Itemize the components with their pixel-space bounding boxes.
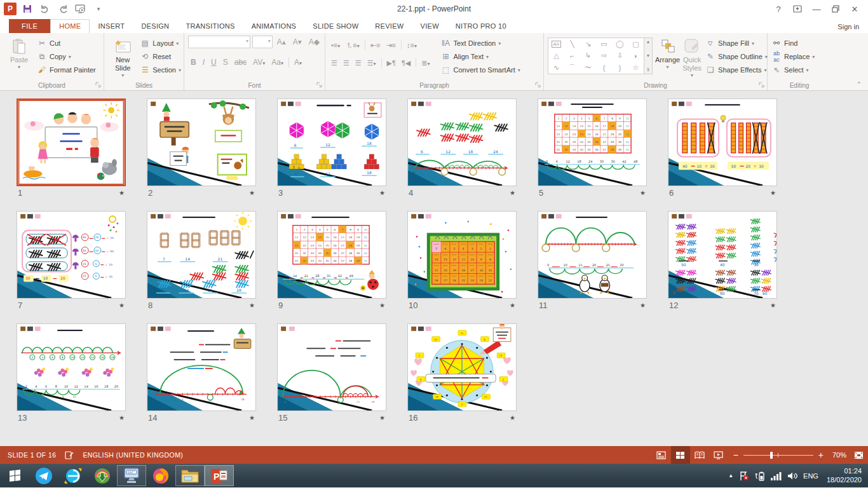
fit-slide-to-window-icon[interactable]	[849, 446, 868, 464]
text-direction-button[interactable]: ‖AText Direction▾	[441, 37, 520, 49]
repeat-icon[interactable]	[56, 2, 70, 16]
undo-icon[interactable]	[38, 2, 52, 16]
callout-shape-icon[interactable]: ◗	[634, 52, 638, 60]
cut-button[interactable]: ✂Cut	[37, 37, 96, 49]
left-brace-shape-icon[interactable]: {	[603, 64, 606, 72]
scribble-shape-icon[interactable]: ∿	[553, 64, 559, 72]
taskbar-file-explorer-icon[interactable]	[175, 465, 205, 486]
increase-font-icon[interactable]: A▴	[275, 36, 288, 48]
paste-button[interactable]: Paste▾	[4, 36, 34, 80]
triangle-shape-icon[interactable]: △	[553, 51, 559, 60]
collapse-ribbon-icon[interactable]: ⌃	[857, 81, 862, 88]
elbow-shape-icon[interactable]: ⌐	[570, 52, 574, 60]
align-left-icon[interactable]: ☰	[329, 58, 339, 69]
slide-thumbnail-2[interactable]	[147, 98, 256, 186]
text-shadow-button[interactable]: S	[220, 57, 231, 68]
justify-icon[interactable]: ☰▾	[365, 58, 378, 69]
section-button[interactable]: ☰Section▾	[140, 64, 181, 76]
copy-button[interactable]: ⧉Copy▾	[37, 51, 96, 62]
star-shape-icon[interactable]: ☆	[633, 64, 639, 72]
save-icon[interactable]	[20, 2, 34, 16]
zoom-out-icon[interactable]: −	[733, 450, 738, 460]
shape-effects-button[interactable]: ❏Shape Effects▾	[705, 64, 768, 76]
character-spacing-button[interactable]: AV▾	[250, 57, 268, 68]
right-brace-shape-icon[interactable]: }	[619, 64, 621, 72]
font-name-combo[interactable]	[188, 36, 250, 48]
reading-view-icon[interactable]	[690, 446, 709, 464]
align-text-button[interactable]: ⊞Align Text▾	[441, 51, 520, 62]
tab-file[interactable]: FILE	[9, 19, 50, 33]
power-battery-icon[interactable]	[755, 471, 765, 481]
slideshow-view-icon[interactable]	[709, 446, 728, 464]
curve-shape-icon[interactable]: 〜	[585, 63, 592, 72]
strikethrough-button[interactable]: abc	[232, 57, 249, 68]
taskbar-telegram-icon[interactable]	[29, 464, 58, 487]
font-color-button[interactable]: A▾	[292, 57, 304, 68]
slide-thumbnail-7[interactable]: 40 20 =20 50 10 =40 15 5 =10 25 5 =20 30	[17, 211, 126, 299]
normal-view-icon[interactable]	[652, 446, 671, 464]
slide-thumbnail-5[interactable]: 123456789 111213141516171819 21222324252…	[538, 98, 647, 186]
line-shape-icon[interactable]: ╲	[570, 40, 574, 48]
slide-thumbnail-12[interactable]: 50 40 30 9 80 70 60	[668, 211, 777, 299]
numbering-icon[interactable]: ⒈≡▾	[344, 39, 361, 51]
elbow-arrow-shape-icon[interactable]: ↳	[585, 51, 591, 60]
slide-thumbnail-10[interactable]: 7654321 141312111098 21201918171615 2827…	[407, 211, 517, 299]
shape-fill-button[interactable]: 🜄Shape Fill▾	[705, 37, 768, 49]
clear-formatting-icon[interactable]: A◆	[306, 36, 322, 48]
rounded-rectangle-shape-icon[interactable]: ▢	[632, 40, 639, 48]
network-signal-icon[interactable]	[771, 471, 782, 480]
bold-button[interactable]: B	[188, 57, 199, 68]
zoom-slider-thumb[interactable]	[770, 452, 773, 459]
font-size-combo[interactable]	[252, 36, 273, 48]
tab-insert[interactable]: INSERT	[90, 19, 133, 33]
arc-shape-icon[interactable]: ⌒	[569, 63, 576, 72]
format-painter-button[interactable]: 🖌Format Painter	[37, 64, 96, 76]
zoom-level[interactable]: 70%	[829, 451, 849, 459]
tab-home[interactable]: HOME	[50, 19, 90, 33]
sign-in-link[interactable]: Sign in	[837, 23, 859, 30]
italic-button[interactable]: I	[200, 57, 207, 68]
shape-gallery-scrollbar[interactable]: ▲▼⊻	[644, 37, 653, 74]
slide-thumbnail-4[interactable]: 6 12 18 24 0	[407, 98, 517, 186]
align-right-icon[interactable]: ☰	[353, 58, 363, 69]
spellcheck-icon[interactable]	[65, 451, 74, 459]
taskbar-clock[interactable]: 01:24 18/02/2020	[824, 467, 862, 485]
zoom-in-icon[interactable]: +	[818, 450, 824, 460]
clipboard-dialog-launcher-icon[interactable]	[95, 82, 102, 88]
volume-icon[interactable]	[787, 471, 797, 480]
input-language[interactable]: ENG	[803, 472, 818, 480]
select-button[interactable]: ⇖Select▾	[771, 64, 815, 76]
decrease-font-icon[interactable]: A▾	[290, 36, 304, 48]
layout-button[interactable]: ▤Layout▾	[140, 37, 181, 49]
close-icon[interactable]: ✕	[845, 1, 864, 17]
show-hidden-icons[interactable]: ▲	[728, 473, 733, 478]
tab-view[interactable]: VIEW	[412, 19, 447, 33]
action-center-flag-icon[interactable]	[739, 471, 749, 481]
start-button[interactable]	[0, 464, 29, 487]
find-button[interactable]: ⚯Find	[771, 37, 815, 49]
slide-thumbnail-8[interactable]: 7 14 21 7 14 21 28	[147, 211, 256, 299]
taskbar-remote-keyboard-icon[interactable]	[117, 465, 146, 486]
underline-button[interactable]: U	[208, 57, 219, 68]
tab-nitro-pro[interactable]: NITRO PRO 10	[447, 19, 515, 33]
tab-review[interactable]: REVIEW	[367, 19, 412, 33]
slide-thumbnail-3[interactable]: 6 12 18 6 12 18	[277, 98, 386, 186]
slide-thumbnail-13[interactable]: 24681012141618 2468101214161820 246810	[17, 323, 126, 411]
slide-thumbnail-11[interactable]: 01015202530	[538, 211, 647, 299]
quick-styles-button[interactable]: Quick Styles▾	[682, 36, 702, 80]
restore-icon[interactable]	[826, 1, 845, 17]
taskbar-idm-icon[interactable]	[88, 464, 117, 487]
change-case-button[interactable]: Aa▾	[269, 57, 286, 68]
zoom-slider[interactable]	[743, 451, 813, 459]
right-arrow-shape-icon[interactable]: ⇨	[601, 51, 607, 60]
slide-thumbnail-16[interactable]: 98102213288510	[407, 323, 517, 411]
taskbar-firefox-icon[interactable]	[146, 464, 175, 487]
tab-design[interactable]: DESIGN	[133, 19, 177, 33]
powerpoint-app-icon[interactable]: P	[4, 3, 17, 15]
tab-animations[interactable]: ANIMATIONS	[243, 19, 305, 33]
convert-smartart-button[interactable]: ⬚Convert to SmartArt▾	[441, 64, 520, 76]
arrow-shape-icon[interactable]: ↘	[585, 40, 591, 48]
taskbar-powerpoint-icon[interactable]: P	[205, 465, 234, 486]
slide-thumbnail-15[interactable]: 061519	[277, 323, 386, 411]
align-center-icon[interactable]: ☰	[341, 58, 351, 69]
